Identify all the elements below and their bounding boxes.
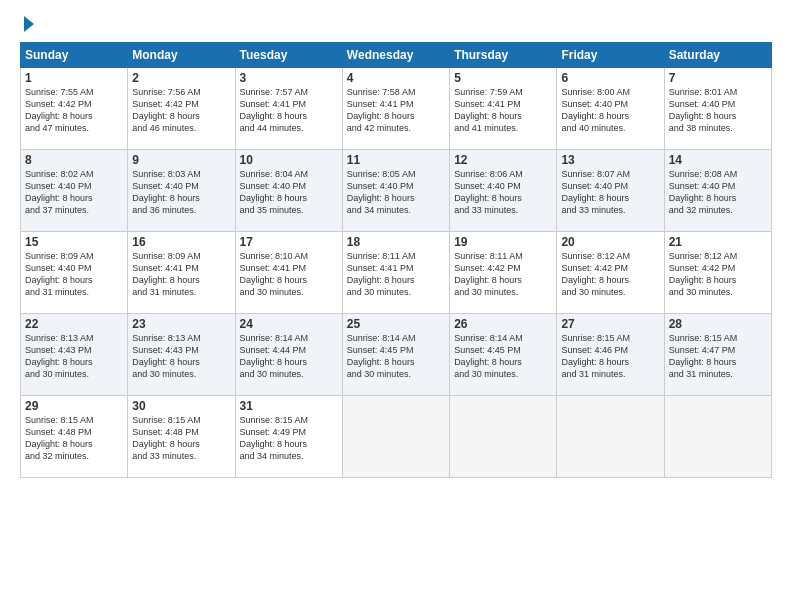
day-number: 25 xyxy=(347,317,445,331)
day-number: 11 xyxy=(347,153,445,167)
day-info: Sunrise: 8:12 AM Sunset: 4:42 PM Dayligh… xyxy=(561,250,659,299)
logo-arrow-icon xyxy=(24,16,34,32)
calendar-day-10: 10Sunrise: 8:04 AM Sunset: 4:40 PM Dayli… xyxy=(235,150,342,232)
day-number: 10 xyxy=(240,153,338,167)
day-info: Sunrise: 7:58 AM Sunset: 4:41 PM Dayligh… xyxy=(347,86,445,135)
calendar-day-30: 30Sunrise: 8:15 AM Sunset: 4:48 PM Dayli… xyxy=(128,396,235,478)
day-number: 19 xyxy=(454,235,552,249)
day-number: 15 xyxy=(25,235,123,249)
day-info: Sunrise: 8:13 AM Sunset: 4:43 PM Dayligh… xyxy=(25,332,123,381)
day-number: 7 xyxy=(669,71,767,85)
day-info: Sunrise: 8:08 AM Sunset: 4:40 PM Dayligh… xyxy=(669,168,767,217)
day-info: Sunrise: 8:15 AM Sunset: 4:47 PM Dayligh… xyxy=(669,332,767,381)
calendar-day-26: 26Sunrise: 8:14 AM Sunset: 4:45 PM Dayli… xyxy=(450,314,557,396)
day-info: Sunrise: 8:01 AM Sunset: 4:40 PM Dayligh… xyxy=(669,86,767,135)
calendar-day-23: 23Sunrise: 8:13 AM Sunset: 4:43 PM Dayli… xyxy=(128,314,235,396)
day-info: Sunrise: 8:07 AM Sunset: 4:40 PM Dayligh… xyxy=(561,168,659,217)
day-number: 23 xyxy=(132,317,230,331)
calendar-day-14: 14Sunrise: 8:08 AM Sunset: 4:40 PM Dayli… xyxy=(664,150,771,232)
day-info: Sunrise: 8:12 AM Sunset: 4:42 PM Dayligh… xyxy=(669,250,767,299)
day-number: 28 xyxy=(669,317,767,331)
day-info: Sunrise: 8:15 AM Sunset: 4:48 PM Dayligh… xyxy=(132,414,230,463)
calendar-day-2: 2Sunrise: 7:56 AM Sunset: 4:42 PM Daylig… xyxy=(128,68,235,150)
calendar-empty-cell xyxy=(450,396,557,478)
calendar-header-monday: Monday xyxy=(128,43,235,68)
calendar-day-19: 19Sunrise: 8:11 AM Sunset: 4:42 PM Dayli… xyxy=(450,232,557,314)
day-info: Sunrise: 8:14 AM Sunset: 4:45 PM Dayligh… xyxy=(347,332,445,381)
day-info: Sunrise: 8:15 AM Sunset: 4:46 PM Dayligh… xyxy=(561,332,659,381)
calendar-day-7: 7Sunrise: 8:01 AM Sunset: 4:40 PM Daylig… xyxy=(664,68,771,150)
day-info: Sunrise: 8:15 AM Sunset: 4:48 PM Dayligh… xyxy=(25,414,123,463)
day-info: Sunrise: 8:10 AM Sunset: 4:41 PM Dayligh… xyxy=(240,250,338,299)
calendar-week-row: 8Sunrise: 8:02 AM Sunset: 4:40 PM Daylig… xyxy=(21,150,772,232)
day-number: 31 xyxy=(240,399,338,413)
calendar-day-21: 21Sunrise: 8:12 AM Sunset: 4:42 PM Dayli… xyxy=(664,232,771,314)
day-info: Sunrise: 8:05 AM Sunset: 4:40 PM Dayligh… xyxy=(347,168,445,217)
calendar-day-8: 8Sunrise: 8:02 AM Sunset: 4:40 PM Daylig… xyxy=(21,150,128,232)
calendar-empty-cell xyxy=(664,396,771,478)
calendar-day-9: 9Sunrise: 8:03 AM Sunset: 4:40 PM Daylig… xyxy=(128,150,235,232)
calendar-day-18: 18Sunrise: 8:11 AM Sunset: 4:41 PM Dayli… xyxy=(342,232,449,314)
calendar-header-sunday: Sunday xyxy=(21,43,128,68)
day-info: Sunrise: 8:09 AM Sunset: 4:41 PM Dayligh… xyxy=(132,250,230,299)
logo xyxy=(20,16,34,32)
calendar-table: SundayMondayTuesdayWednesdayThursdayFrid… xyxy=(20,42,772,478)
day-number: 5 xyxy=(454,71,552,85)
day-number: 14 xyxy=(669,153,767,167)
day-number: 9 xyxy=(132,153,230,167)
day-info: Sunrise: 8:14 AM Sunset: 4:44 PM Dayligh… xyxy=(240,332,338,381)
calendar-empty-cell xyxy=(557,396,664,478)
header xyxy=(20,16,772,32)
day-number: 30 xyxy=(132,399,230,413)
calendar-empty-cell xyxy=(342,396,449,478)
calendar-header-saturday: Saturday xyxy=(664,43,771,68)
day-info: Sunrise: 8:11 AM Sunset: 4:42 PM Dayligh… xyxy=(454,250,552,299)
calendar-day-1: 1Sunrise: 7:55 AM Sunset: 4:42 PM Daylig… xyxy=(21,68,128,150)
day-number: 27 xyxy=(561,317,659,331)
calendar-day-22: 22Sunrise: 8:13 AM Sunset: 4:43 PM Dayli… xyxy=(21,314,128,396)
day-number: 29 xyxy=(25,399,123,413)
day-info: Sunrise: 8:00 AM Sunset: 4:40 PM Dayligh… xyxy=(561,86,659,135)
day-number: 20 xyxy=(561,235,659,249)
calendar-header-friday: Friday xyxy=(557,43,664,68)
day-number: 24 xyxy=(240,317,338,331)
day-number: 18 xyxy=(347,235,445,249)
day-number: 21 xyxy=(669,235,767,249)
day-info: Sunrise: 8:11 AM Sunset: 4:41 PM Dayligh… xyxy=(347,250,445,299)
calendar-header-row: SundayMondayTuesdayWednesdayThursdayFrid… xyxy=(21,43,772,68)
day-info: Sunrise: 8:14 AM Sunset: 4:45 PM Dayligh… xyxy=(454,332,552,381)
calendar-day-6: 6Sunrise: 8:00 AM Sunset: 4:40 PM Daylig… xyxy=(557,68,664,150)
calendar-day-12: 12Sunrise: 8:06 AM Sunset: 4:40 PM Dayli… xyxy=(450,150,557,232)
day-number: 3 xyxy=(240,71,338,85)
day-number: 13 xyxy=(561,153,659,167)
day-info: Sunrise: 8:09 AM Sunset: 4:40 PM Dayligh… xyxy=(25,250,123,299)
page-container: SundayMondayTuesdayWednesdayThursdayFrid… xyxy=(0,0,792,612)
calendar-day-29: 29Sunrise: 8:15 AM Sunset: 4:48 PM Dayli… xyxy=(21,396,128,478)
calendar-day-5: 5Sunrise: 7:59 AM Sunset: 4:41 PM Daylig… xyxy=(450,68,557,150)
day-number: 16 xyxy=(132,235,230,249)
day-info: Sunrise: 8:15 AM Sunset: 4:49 PM Dayligh… xyxy=(240,414,338,463)
calendar-day-24: 24Sunrise: 8:14 AM Sunset: 4:44 PM Dayli… xyxy=(235,314,342,396)
day-info: Sunrise: 8:02 AM Sunset: 4:40 PM Dayligh… xyxy=(25,168,123,217)
calendar-week-row: 1Sunrise: 7:55 AM Sunset: 4:42 PM Daylig… xyxy=(21,68,772,150)
calendar-header-tuesday: Tuesday xyxy=(235,43,342,68)
day-info: Sunrise: 7:57 AM Sunset: 4:41 PM Dayligh… xyxy=(240,86,338,135)
day-info: Sunrise: 8:13 AM Sunset: 4:43 PM Dayligh… xyxy=(132,332,230,381)
day-number: 4 xyxy=(347,71,445,85)
day-info: Sunrise: 8:03 AM Sunset: 4:40 PM Dayligh… xyxy=(132,168,230,217)
calendar-day-4: 4Sunrise: 7:58 AM Sunset: 4:41 PM Daylig… xyxy=(342,68,449,150)
day-number: 26 xyxy=(454,317,552,331)
day-info: Sunrise: 7:56 AM Sunset: 4:42 PM Dayligh… xyxy=(132,86,230,135)
calendar-day-28: 28Sunrise: 8:15 AM Sunset: 4:47 PM Dayli… xyxy=(664,314,771,396)
calendar-header-wednesday: Wednesday xyxy=(342,43,449,68)
calendar-day-11: 11Sunrise: 8:05 AM Sunset: 4:40 PM Dayli… xyxy=(342,150,449,232)
day-number: 12 xyxy=(454,153,552,167)
day-info: Sunrise: 8:06 AM Sunset: 4:40 PM Dayligh… xyxy=(454,168,552,217)
day-number: 17 xyxy=(240,235,338,249)
calendar-day-16: 16Sunrise: 8:09 AM Sunset: 4:41 PM Dayli… xyxy=(128,232,235,314)
calendar-day-13: 13Sunrise: 8:07 AM Sunset: 4:40 PM Dayli… xyxy=(557,150,664,232)
calendar-day-3: 3Sunrise: 7:57 AM Sunset: 4:41 PM Daylig… xyxy=(235,68,342,150)
calendar-day-15: 15Sunrise: 8:09 AM Sunset: 4:40 PM Dayli… xyxy=(21,232,128,314)
calendar-week-row: 29Sunrise: 8:15 AM Sunset: 4:48 PM Dayli… xyxy=(21,396,772,478)
calendar-day-20: 20Sunrise: 8:12 AM Sunset: 4:42 PM Dayli… xyxy=(557,232,664,314)
